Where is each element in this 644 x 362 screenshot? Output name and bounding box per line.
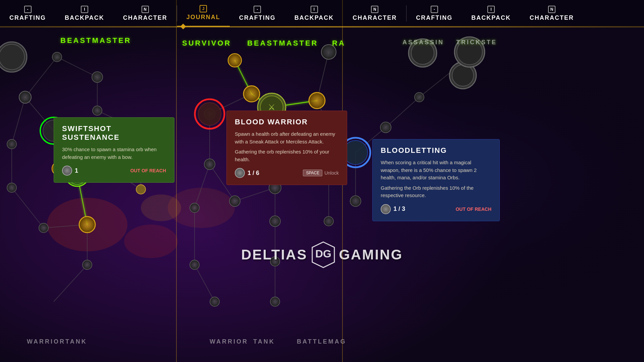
svg-point-50 (7, 183, 16, 192)
tooltip-swiftshot-cost: 1 (62, 166, 78, 176)
bottom-label-warrior-1: WARRIOR (27, 338, 65, 345)
key-badge-j: J (200, 5, 207, 12)
category-trickster: TRICKSTE (456, 39, 497, 46)
nav-label-character-1: CHARACTER (123, 14, 167, 21)
action-label-unlock: Unlock (324, 170, 339, 176)
tooltip-blood-warrior-desc2: Gathering the orb replenishes 10% of you… (235, 148, 339, 163)
bottom-label-warrior-2: WARRIOR (210, 338, 248, 345)
svg-point-63 (229, 196, 240, 206)
svg-point-87 (452, 65, 474, 86)
tooltip-bloodletting-title: BLOODLETTING (381, 146, 491, 155)
nav-label-backpack-1: BACKPACK (65, 14, 104, 21)
tooltip-bloodletting-desc1: When scoring a critical hit with a magic… (381, 159, 491, 182)
tooltip-swiftshot: SWIFTSHOT SUSTENANCE 30% chance to spawn… (54, 117, 174, 183)
svg-point-75 (270, 297, 280, 306)
key-badge-minus-1: - (24, 6, 32, 13)
cost-icon-blue (381, 204, 391, 214)
nav-item-crafting-1[interactable]: - CRAFTING (0, 0, 55, 27)
key-badge-minus-2: - (254, 6, 261, 13)
nav-item-character-1[interactable]: N CHARACTER (114, 0, 177, 27)
svg-point-47 (93, 106, 102, 115)
category-assassin: ASSASSIN (402, 39, 444, 46)
svg-point-77 (190, 260, 199, 269)
svg-point-59 (83, 260, 92, 269)
tooltip-blood-warrior-footer: 1 / 6 SPACE Unlock (235, 168, 339, 178)
svg-point-4 (124, 225, 178, 258)
key-badge-n-3: N (548, 6, 555, 13)
svg-point-61 (204, 159, 215, 170)
top-navigation: - CRAFTING I BACKPACK N CHARACTER J JOUR… (0, 0, 644, 27)
vert-sep-1 (176, 0, 177, 362)
nav-label-character-2: CHARACTER (353, 14, 397, 21)
svg-point-90 (350, 196, 361, 206)
svg-text:⚔: ⚔ (268, 103, 275, 112)
tooltip-blood-warrior: BLOOD WARRIOR Spawn a health orb after d… (226, 111, 347, 185)
tooltip-blood-warrior-desc1: Spawn a health orb after defeating an en… (235, 130, 339, 145)
svg-point-56 (79, 217, 95, 233)
nav-label-character-3: CHARACTER (530, 14, 574, 21)
nav-item-journal[interactable]: J JOURNAL (177, 0, 230, 27)
svg-point-42 (0, 44, 24, 70)
category-beastmaster-1: BEASTMASTER (60, 36, 131, 45)
svg-point-62 (228, 54, 241, 67)
key-badge-i-1: I (81, 6, 88, 13)
tooltip-bloodletting: BLOODLETTING When scoring a critical hit… (372, 139, 500, 221)
cost-icon-red (235, 168, 245, 178)
svg-point-83 (415, 93, 424, 102)
nav-bottom-accent (0, 26, 644, 27)
tooltip-blood-warrior-action[interactable]: SPACE Unlock (303, 170, 339, 176)
key-badge-i-3: I (487, 6, 495, 13)
cost-value-red: 1 / 6 (248, 170, 259, 177)
nav-label-backpack-3: BACKPACK (471, 14, 511, 21)
watermark-text-right: GAMING (339, 247, 403, 263)
tooltip-bloodletting-cost: 1 / 3 (381, 204, 405, 214)
cost-value-blue: 1 / 3 (393, 205, 405, 213)
svg-point-46 (92, 72, 103, 82)
action-key-space[interactable]: SPACE (303, 170, 322, 176)
category-ra: RA (332, 39, 345, 48)
tooltip-blood-warrior-title: BLOOD WARRIOR (235, 118, 339, 126)
nav-item-backpack-1[interactable]: I BACKPACK (55, 0, 114, 27)
tooltip-swiftshot-desc: 30% chance to spawn a stamina orb when d… (62, 146, 166, 161)
svg-point-82 (380, 122, 391, 133)
nav-label-crafting-3: CRAFTING (416, 14, 452, 21)
tooltip-bloodletting-desc2: Gathering the Orb replenishes 10% of the… (381, 184, 491, 199)
key-badge-n-1: N (142, 6, 149, 13)
svg-point-71 (198, 103, 221, 125)
watermark-text-left: DELTIAS (241, 247, 308, 263)
out-of-reach-blue: OUT OF REACH (455, 206, 491, 212)
nav-label-journal: JOURNAL (186, 14, 220, 21)
category-beastmaster-2: BEASTMASTER (247, 39, 318, 48)
nav-item-backpack-2[interactable]: I BACKPACK (285, 0, 343, 27)
nav-item-character-3[interactable]: N CHARACTER (520, 0, 583, 27)
bottom-label-tank-1: TANK (65, 338, 87, 345)
svg-point-5 (141, 194, 181, 221)
cost-value-green: 1 (75, 167, 78, 174)
out-of-reach-green: OUT OF REACH (130, 168, 166, 173)
svg-point-51 (39, 223, 48, 233)
svg-point-45 (52, 52, 62, 62)
svg-point-78 (210, 297, 219, 306)
nav-item-character-2[interactable]: N CHARACTER (343, 0, 406, 27)
nav-label-crafting-1: CRAFTING (9, 14, 46, 21)
bottom-label-tank-2: TANK (253, 338, 275, 345)
bottom-label-battlemag: BATTLEMAG (297, 338, 346, 345)
nav-label-crafting-2: CRAFTING (239, 14, 276, 21)
svg-text:DG: DG (315, 248, 331, 260)
category-survivor: SURVIVOR (182, 39, 231, 48)
svg-point-68 (309, 93, 325, 109)
nav-item-backpack-3[interactable]: I BACKPACK (462, 0, 520, 27)
key-badge-n-2: N (371, 6, 378, 13)
cost-icon-green (62, 166, 72, 176)
key-badge-minus-3: - (431, 6, 438, 13)
svg-point-49 (136, 185, 146, 194)
svg-point-76 (190, 203, 199, 213)
nav-item-crafting-3[interactable]: - CRAFTING (407, 0, 462, 27)
nav-item-crafting-2[interactable]: - CRAFTING (230, 0, 285, 27)
watermark-logo: DG (311, 241, 335, 268)
tooltip-bloodletting-footer: 1 / 3 OUT OF REACH (381, 204, 491, 214)
tooltip-swiftshot-title: SWIFTSHOT SUSTENANCE (62, 124, 166, 142)
svg-point-73 (270, 216, 280, 227)
key-badge-i-2: I (311, 6, 318, 13)
svg-point-44 (7, 139, 16, 149)
